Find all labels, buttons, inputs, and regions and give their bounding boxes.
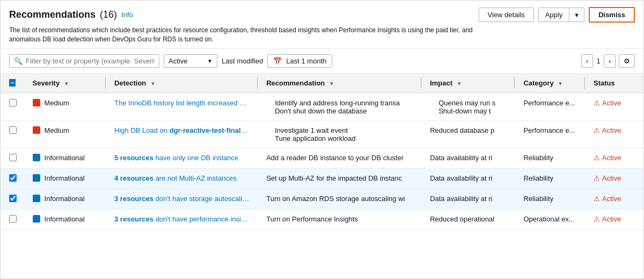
recommendation-cell: Identify and address long-running transa… bbox=[258, 93, 421, 121]
detection-link[interactable]: 3 resources don't have performance insig… bbox=[114, 215, 249, 223]
impact-item: Shut-down may t bbox=[438, 107, 506, 115]
detection-link[interactable]: High DB Load on dgr-reactive-test-final-… bbox=[114, 126, 249, 134]
warning-icon: ⚠ bbox=[594, 215, 600, 223]
impact-sort-icon: ▼ bbox=[457, 81, 462, 87]
search-input[interactable] bbox=[26, 57, 155, 65]
info-link[interactable]: Info bbox=[121, 11, 133, 19]
table-row: Informational3 resources don't have perf… bbox=[1, 209, 643, 230]
select-all-header[interactable] bbox=[1, 74, 24, 93]
warning-icon: ⚠ bbox=[594, 195, 600, 203]
severity-label: Informational bbox=[45, 215, 85, 223]
detection-link[interactable]: 5 resources have only one DB instance bbox=[114, 154, 249, 162]
recommendation-item: Identify and address long-running transa bbox=[275, 99, 413, 107]
description: The list of recommendations which includ… bbox=[9, 26, 492, 44]
row-checkbox[interactable] bbox=[9, 174, 17, 182]
category-column-header[interactable]: Category ▼ bbox=[515, 74, 585, 93]
severity-label: Informational bbox=[45, 174, 85, 182]
status-cell: ⚠Active bbox=[585, 93, 643, 121]
recommendations-count: (16) bbox=[100, 9, 117, 20]
status-cell: ⚠Active bbox=[585, 148, 643, 168]
recommendation-text: Set up Multi-AZ for the impacted DB inst… bbox=[266, 174, 402, 182]
detection-link[interactable]: The InnoDB history list length increased… bbox=[114, 99, 249, 107]
row-checkbox[interactable] bbox=[9, 126, 17, 134]
detection-cell: 5 resources have only one DB instance bbox=[106, 148, 258, 168]
severity-column-header[interactable]: Severity ▼ bbox=[24, 74, 106, 93]
select-all-icon[interactable] bbox=[9, 79, 16, 87]
detection-link[interactable]: 3 resources don't have storage autoscali… bbox=[114, 195, 249, 203]
next-page-button[interactable]: › bbox=[604, 54, 616, 68]
apply-button[interactable]: Apply bbox=[539, 8, 570, 22]
recommendation-cell: Turn on Performance Insights bbox=[258, 209, 421, 230]
severity-icon bbox=[33, 215, 40, 223]
recommendation-text: Turn on Amazon RDS storage autoscaling w… bbox=[266, 195, 405, 203]
severity-cell: Informational bbox=[24, 168, 106, 189]
status-badge: ⚠Active bbox=[594, 215, 635, 223]
status-text: Active bbox=[602, 215, 621, 223]
status-cell: ⚠Active bbox=[585, 168, 643, 189]
detection-cell: The InnoDB history list length increased… bbox=[106, 93, 258, 121]
impact-item: Queries may run s bbox=[438, 99, 506, 107]
row-checkbox[interactable] bbox=[9, 99, 17, 106]
dismiss-button[interactable]: Dismiss bbox=[589, 7, 635, 23]
recommendation-cell: Turn on Amazon RDS storage autoscaling w… bbox=[258, 189, 421, 209]
warning-icon: ⚠ bbox=[594, 126, 600, 134]
search-box[interactable]: 🔍 bbox=[9, 54, 159, 68]
prev-page-button[interactable]: ‹ bbox=[581, 54, 593, 68]
status-filter-value: Active bbox=[169, 57, 187, 65]
table-row: Informational5 resources have only one D… bbox=[1, 148, 643, 168]
detection-column-header[interactable]: Detection ▼ bbox=[106, 74, 258, 93]
recommendation-sort-icon: ▼ bbox=[329, 81, 334, 87]
apply-button-group: Apply ▼ bbox=[538, 8, 584, 22]
severity-icon bbox=[33, 174, 40, 182]
table-row: MediumHigh DB Load on dgr-reactive-test-… bbox=[1, 120, 643, 148]
status-cell: ⚠Active bbox=[585, 209, 643, 230]
recommendation-text: Turn on Performance Insights bbox=[266, 215, 358, 223]
row-checkbox-cell bbox=[1, 93, 24, 121]
severity-icon bbox=[33, 99, 40, 106]
severity-label: Medium bbox=[45, 99, 69, 107]
header-actions: View details Apply ▼ Dismiss bbox=[479, 7, 635, 23]
severity-label: Informational bbox=[45, 154, 85, 162]
detection-link[interactable]: 4 resources are not Multi-AZ instances bbox=[114, 174, 249, 182]
status-cell: ⚠Active bbox=[585, 189, 643, 209]
detection-cell: High DB Load on dgr-reactive-test-final-… bbox=[106, 120, 258, 148]
row-checkbox[interactable] bbox=[9, 215, 17, 223]
detection-sort-icon: ▼ bbox=[150, 81, 156, 87]
search-icon: 🔍 bbox=[14, 57, 23, 65]
category-cell: Reliability bbox=[515, 148, 585, 168]
recommendation-cell: Add a reader DB instance to your DB clus… bbox=[258, 148, 421, 168]
recommendation-column-header[interactable]: Recommendation ▼ bbox=[258, 74, 421, 93]
status-text: Active bbox=[602, 126, 621, 134]
category-sort-icon: ▼ bbox=[558, 81, 563, 87]
impact-cell: Data availability at ri bbox=[421, 148, 515, 168]
row-checkbox[interactable] bbox=[9, 154, 17, 161]
row-checkbox-cell bbox=[1, 209, 24, 230]
status-text: Active bbox=[602, 174, 621, 182]
status-filter-dropdown[interactable]: Active ▼ bbox=[164, 54, 217, 68]
row-checkbox-cell bbox=[1, 148, 24, 168]
recommendation-cell: Set up Multi-AZ for the impacted DB inst… bbox=[258, 168, 421, 189]
category-cell: Reliability bbox=[515, 189, 585, 209]
severity-icon bbox=[33, 195, 40, 202]
severity-label: Medium bbox=[45, 126, 69, 134]
impact-column-header[interactable]: Impact ▼ bbox=[421, 74, 515, 93]
recommendation-text: Add a reader DB instance to your DB clus… bbox=[266, 154, 404, 162]
severity-cell: Informational bbox=[24, 148, 106, 168]
table-row: Informational3 resources don't have stor… bbox=[1, 189, 643, 209]
last-modified-label: Last modified bbox=[222, 57, 263, 65]
category-cell: Operational ex... bbox=[515, 209, 585, 230]
view-details-button[interactable]: View details bbox=[479, 8, 534, 22]
table-settings-button[interactable]: ⚙ bbox=[619, 54, 635, 68]
status-badge: ⚠Active bbox=[594, 99, 635, 107]
pagination: ‹ 1 › ⚙ bbox=[581, 54, 635, 68]
category-cell: Reliability bbox=[515, 168, 585, 189]
impact-cell: Data availability at ri bbox=[421, 189, 515, 209]
status-dropdown-arrow: ▼ bbox=[207, 58, 213, 64]
apply-dropdown-arrow[interactable]: ▼ bbox=[569, 9, 584, 21]
impact-text: Data availability at ri bbox=[430, 154, 506, 162]
severity-cell: Informational bbox=[24, 189, 106, 209]
row-checkbox[interactable] bbox=[9, 195, 17, 202]
date-range-picker[interactable]: 📅 Last 1 month bbox=[267, 54, 332, 68]
severity-icon bbox=[33, 154, 40, 161]
date-range-value: Last 1 month bbox=[286, 57, 326, 65]
